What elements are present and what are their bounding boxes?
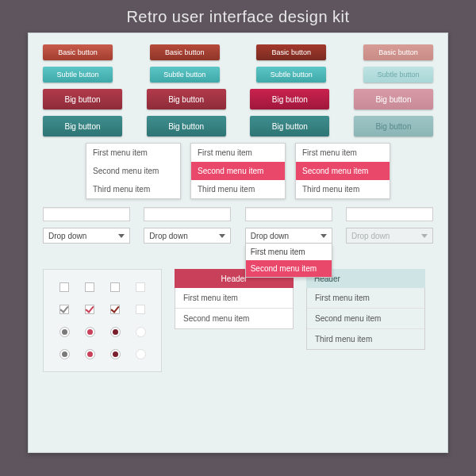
menu: First menu item Second menu item Third m… [295, 143, 390, 199]
big-button[interactable]: Big button [43, 116, 122, 136]
basic-button-row: Basic button Basic button Basic button B… [43, 44, 433, 60]
checkbox-checked[interactable] [85, 305, 94, 314]
listbox-teal: Header First menu item Second menu item … [306, 269, 425, 372]
checkbox[interactable] [110, 282, 120, 292]
dropdown-label: Drop down [351, 232, 390, 240]
checkbox-checked[interactable] [110, 305, 120, 314]
big-button[interactable]: Big button [250, 116, 329, 136]
checkbox-checked[interactable] [60, 305, 69, 314]
check-radio-panel [43, 269, 162, 372]
dropdown[interactable]: Drop down [43, 228, 130, 244]
subtle-button[interactable]: Subtle button [256, 67, 326, 83]
checkbox-disabled [136, 282, 145, 292]
big-button[interactable]: Big button [43, 89, 122, 109]
dropdown-list: First menu item Second menu item [245, 244, 332, 278]
big-button[interactable]: Big button [147, 89, 226, 109]
chevron-down-icon [219, 234, 225, 238]
text-input[interactable] [43, 207, 130, 221]
dropdown-disabled: Drop down [346, 228, 433, 244]
radio-selected[interactable] [110, 327, 121, 337]
checkbox-disabled [136, 305, 145, 314]
menu-item[interactable]: Third menu item [296, 180, 390, 198]
menu-item[interactable]: Third menu item [191, 180, 285, 198]
checkbox[interactable] [85, 282, 94, 292]
menu-row: First menu item Second menu item Third m… [43, 143, 433, 199]
menu-item-selected[interactable]: Second menu item [191, 162, 285, 180]
dropdown-open[interactable]: Drop down [245, 228, 332, 244]
subtle-button[interactable]: Subtle button [43, 67, 113, 83]
menu-item[interactable]: Second menu item [86, 162, 180, 180]
listbox-pink: Header First menu item Second menu item [175, 269, 294, 372]
radio-selected[interactable] [60, 349, 70, 359]
radio-disabled [136, 349, 146, 359]
radio-selected[interactable] [85, 349, 95, 359]
dropdown-label: Drop down [251, 232, 289, 240]
chevron-down-icon [118, 234, 125, 238]
basic-button[interactable]: Basic button [363, 44, 433, 60]
radio-selected[interactable] [85, 327, 95, 337]
dropdown-label: Drop down [48, 232, 86, 240]
menu: First menu item Second menu item Third m… [86, 143, 181, 199]
chevron-down-icon [421, 234, 428, 238]
radio-disabled [136, 327, 146, 337]
bottom-row: Header First menu item Second menu item … [43, 269, 433, 372]
basic-button[interactable]: Basic button [43, 44, 113, 60]
list-item[interactable]: Second menu item [175, 309, 293, 328]
basic-button[interactable]: Basic button [150, 44, 220, 60]
radio-selected[interactable] [110, 349, 121, 359]
big-button[interactable]: Big button [354, 89, 433, 109]
page-title: Retro user interface design kit [126, 8, 349, 26]
dropdown-item[interactable]: First menu item [246, 244, 332, 260]
chevron-down-icon [321, 234, 327, 238]
menu-item[interactable]: First menu item [191, 144, 285, 162]
menu-item[interactable]: First menu item [296, 144, 390, 162]
ui-kit-panel: Basic button Basic button Basic button B… [28, 33, 448, 453]
text-input[interactable] [245, 207, 332, 221]
list-item[interactable]: Second menu item [307, 309, 424, 329]
big-button[interactable]: Big button [354, 116, 433, 136]
dropdown[interactable]: Drop down [144, 228, 231, 244]
big-button[interactable]: Big button [250, 89, 329, 109]
input-row [43, 207, 433, 221]
big-button[interactable]: Big button [147, 116, 226, 136]
checkbox[interactable] [60, 282, 69, 292]
subtle-button[interactable]: Subtle button [150, 67, 220, 83]
menu-item[interactable]: First menu item [86, 144, 180, 162]
basic-button[interactable]: Basic button [256, 44, 326, 60]
menu-item[interactable]: Third menu item [86, 180, 180, 198]
dropdown-item-selected[interactable]: Second menu item [246, 260, 332, 277]
dropdown-label: Drop down [149, 232, 187, 240]
dropdown-row: Drop down Drop down Drop down First menu… [43, 228, 433, 244]
list-item[interactable]: First menu item [175, 288, 293, 309]
big-button-row: Big button Big button Big button Big but… [43, 89, 433, 109]
subtle-button[interactable]: Subtle button [363, 67, 433, 83]
text-input[interactable] [144, 207, 231, 221]
menu: First menu item Second menu item Third m… [190, 143, 286, 199]
menu-item-selected[interactable]: Second menu item [296, 162, 390, 180]
big-button-row: Big button Big button Big button Big but… [43, 116, 433, 136]
subtle-button-row: Subtle button Subtle button Subtle butto… [43, 67, 433, 83]
list-item[interactable]: First menu item [307, 288, 424, 309]
radio-selected[interactable] [60, 327, 70, 337]
list-item[interactable]: Third menu item [307, 329, 424, 349]
text-input[interactable] [346, 207, 433, 221]
